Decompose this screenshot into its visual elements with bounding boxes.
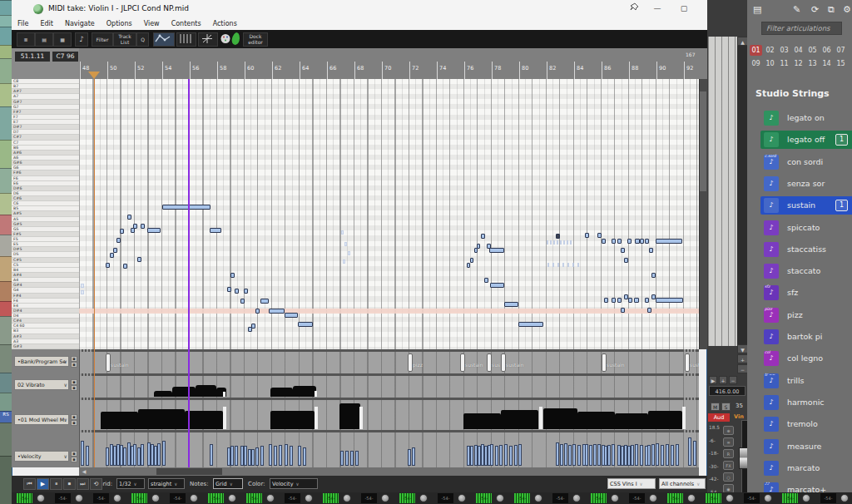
velocity-bar[interactable] (651, 444, 655, 466)
articulation-bartok-pi[interactable]: ♪bartok pi (752, 328, 852, 348)
midi-note[interactable] (260, 299, 269, 304)
midi-note[interactable] (628, 298, 632, 303)
cc-vibrato-data[interactable] (196, 385, 216, 397)
midi-note[interactable] (285, 313, 298, 318)
articulation-staccatiss[interactable]: ♪staccatiss (752, 240, 852, 260)
channel-filter-select[interactable]: All channels∨ (659, 478, 706, 489)
bank-slot-15[interactable]: 15 (835, 58, 847, 69)
menu-view[interactable]: View (138, 18, 166, 27)
velocity-bar[interactable] (141, 444, 144, 466)
velocity-bar[interactable] (340, 451, 344, 466)
track-list-button[interactable]: Track List (113, 32, 136, 47)
velocity-bar[interactable] (564, 443, 567, 466)
menu-edit[interactable]: Edit (34, 18, 59, 27)
open-external-icon[interactable]: ⧉ (828, 4, 835, 15)
piano-key-names[interactable]: C8B7A#7A7G#7G7F#7F7E7D#7D7C#7C7B6A#6A6G#… (12, 79, 80, 349)
midi-note[interactable] (604, 298, 608, 303)
velocity-bar[interactable] (490, 444, 493, 466)
midi-note[interactable] (244, 289, 248, 294)
midi-note[interactable] (484, 278, 488, 283)
velocity-bar[interactable] (671, 445, 674, 466)
midi-note[interactable] (634, 298, 639, 303)
minimize-button[interactable]: — (651, 2, 664, 15)
midi-note[interactable] (298, 322, 313, 327)
midi-note[interactable] (470, 258, 473, 263)
midi-note[interactable] (240, 299, 245, 304)
articulation-spiccato[interactable]: ♪spiccato (752, 219, 852, 239)
velocity-bar[interactable] (412, 447, 415, 466)
velocity-bar[interactable] (279, 445, 282, 466)
titlebar[interactable]: MIDI take: Violin I - JLPCI Cond NP.mid … (12, 0, 707, 18)
bank-slot-07[interactable]: 07 (835, 45, 847, 56)
velocity-bar[interactable] (251, 449, 255, 466)
midi-note[interactable] (651, 273, 656, 278)
mixer-knob[interactable] (764, 494, 772, 502)
midi-note[interactable] (617, 298, 622, 303)
velocity-bar[interactable] (274, 446, 277, 466)
midi-note[interactable] (162, 205, 211, 210)
track-control-button[interactable]: ⊕ (723, 426, 734, 435)
articulation-col-legno[interactable]: ♪colcol legno (752, 349, 852, 369)
cc-modwheel-data[interactable] (463, 413, 501, 429)
solo-button[interactable]: S (721, 403, 731, 411)
cc-modwheel-data[interactable] (615, 413, 648, 429)
vibrato-lane-selector[interactable]: 02 Vibrato∨ (14, 379, 69, 390)
velocity-bar[interactable] (518, 444, 522, 466)
cc-modwheel-data[interactable] (138, 409, 185, 429)
cc-modwheel-data[interactable] (543, 408, 577, 429)
bank-program-lane[interactable]: sustainpizzsustainsussustainsustainsust (79, 352, 699, 373)
bank-slot-09[interactable]: 09 (750, 58, 762, 69)
midi-note[interactable] (612, 239, 616, 244)
menu-file[interactable]: File (12, 18, 34, 27)
play-button[interactable]: ▶ (37, 478, 49, 490)
bank-slot-01[interactable]: 01 (750, 45, 762, 56)
midi-note[interactable] (621, 308, 625, 313)
velocity-bar[interactable] (255, 447, 259, 466)
filter-button[interactable]: Filter (92, 32, 113, 47)
velocity-bar[interactable] (298, 446, 301, 466)
cc-modwheel-data[interactable] (648, 411, 682, 429)
velocity-bar[interactable] (495, 446, 498, 466)
velocity-bar[interactable] (597, 444, 601, 466)
pin-icon[interactable] (629, 2, 642, 15)
cc-vibrato-data[interactable] (270, 388, 293, 397)
mixer-knob[interactable] (37, 494, 45, 502)
velocity-bar[interactable] (230, 446, 234, 466)
quantize-button[interactable]: Q (136, 32, 149, 47)
grid-swing-select[interactable]: straight∨ (148, 478, 185, 489)
edit-cursor-marker[interactable] (88, 72, 100, 79)
pianoroll-vscrollbar-thumb[interactable] (700, 91, 706, 191)
hzoom-out-button[interactable]: − (729, 376, 737, 384)
velocity-bar[interactable] (123, 447, 126, 466)
color-palette-icon[interactable] (220, 33, 231, 44)
envelope-mode-icon[interactable] (153, 32, 175, 47)
settings-gear-icon[interactable]: ⚙ (843, 4, 851, 15)
velocity-bar[interactable] (355, 451, 359, 466)
articulation-tremolo[interactable]: ♪tremolo (752, 415, 852, 435)
velocity-bar[interactable] (514, 445, 518, 466)
track-control-button[interactable]: ○ (723, 472, 734, 482)
midi-note[interactable] (230, 273, 235, 278)
midi-note[interactable] (645, 298, 649, 303)
velocity-bar[interactable] (408, 449, 411, 466)
mixer-knob[interactable] (75, 494, 83, 502)
velocity-lane[interactable] (79, 432, 699, 467)
mixer-knob[interactable] (458, 494, 466, 502)
midi-note[interactable] (110, 253, 114, 258)
midi-note[interactable] (612, 298, 616, 303)
mixer-knob[interactable] (190, 494, 198, 502)
velocity-bar[interactable] (666, 444, 669, 466)
velocity-bar[interactable] (631, 445, 634, 466)
velocity-bar[interactable] (593, 444, 597, 466)
dock-editor-button[interactable]: Dock editor (243, 32, 268, 47)
articulation-trills[interactable]: ♪tr ~~trills (752, 372, 852, 392)
velocity-bar[interactable] (635, 444, 638, 466)
modwheel-lane-size-buttons[interactable]: ▪▪ (71, 414, 77, 426)
cc-modwheel-data[interactable] (101, 412, 138, 429)
midi-note[interactable] (269, 309, 285, 314)
velocity-bar[interactable] (499, 445, 503, 466)
velocity-bar[interactable] (556, 442, 559, 466)
midi-note-selected[interactable] (556, 234, 560, 239)
bank-slot-04[interactable]: 04 (792, 45, 805, 56)
menu-navigate[interactable]: Navigate (59, 18, 101, 27)
